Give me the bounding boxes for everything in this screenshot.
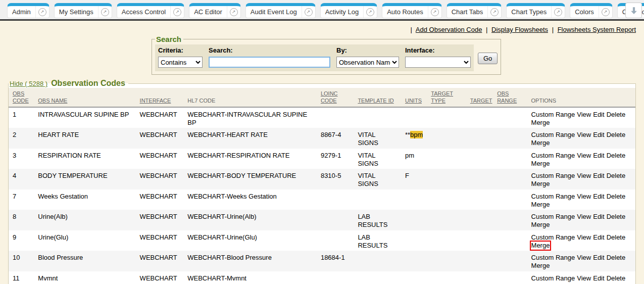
edit-link[interactable]: Edit (593, 111, 604, 119)
external-link-icon[interactable]: ↗ (428, 6, 441, 18)
col-header-interface[interactable]: INTERFACE (136, 88, 184, 107)
tab-colors[interactable]: Colors ↗ (570, 3, 613, 18)
tab-audit-event-log[interactable]: Audit Event Log ↗ (245, 3, 316, 18)
merge-link-annotated[interactable]: Merge (530, 241, 552, 251)
edit-link[interactable]: Edit (593, 152, 604, 160)
cell-units: **bpm (401, 128, 427, 149)
scroll-tabs-down-button[interactable] (625, 3, 642, 18)
view-link[interactable]: View (577, 233, 591, 242)
merge-link[interactable]: Merge (531, 180, 550, 188)
delete-link[interactable]: Delete (607, 213, 626, 221)
external-link-icon[interactable]: ↗ (363, 6, 377, 18)
col-header-obs-name[interactable]: OBS NAME (34, 88, 135, 107)
delete-link[interactable]: Delete (607, 193, 626, 201)
edit-link[interactable]: Edit (593, 233, 604, 242)
col-header-target-type[interactable]: TARGET TYPE (427, 88, 466, 107)
merge-link[interactable]: Merge (531, 201, 550, 209)
search-by-select[interactable]: Observation Name (336, 57, 399, 68)
col-header-obs-code[interactable]: OBS CODE (9, 88, 34, 107)
view-link[interactable]: View (577, 274, 591, 282)
view-link[interactable]: View (577, 193, 591, 201)
delete-link[interactable]: Delete (607, 254, 626, 262)
tab-label: My Settings (55, 8, 98, 16)
col-header-units[interactable]: UNITS (401, 88, 427, 107)
cell-options: Custom RangeViewEditDeleteMerge (527, 169, 635, 190)
col-header-target[interactable]: TARGET (466, 88, 493, 107)
cell-target (466, 149, 493, 169)
custom-range-link[interactable]: Custom Range (531, 254, 575, 262)
external-link-icon[interactable]: ↗ (35, 6, 49, 18)
custom-range-link[interactable]: Custom Range (531, 274, 575, 282)
merge-link[interactable]: Merge (531, 160, 550, 168)
tab-admin[interactable]: Admin ↗ (7, 3, 49, 18)
tab-my-settings[interactable]: My Settings ↗ (54, 3, 112, 18)
table-row: 11 Mvmnt WEBCHART WEBCHART-Mvmnt Custom … (9, 271, 635, 284)
delete-link[interactable]: Delete (607, 233, 626, 242)
interface-select[interactable] (405, 57, 471, 68)
view-link[interactable]: View (577, 213, 591, 221)
view-link[interactable]: View (577, 131, 591, 139)
tab-ac-editor[interactable]: AC Editor ↗ (189, 3, 241, 18)
tab-chart-types[interactable]: Chart Types ↗ (506, 3, 565, 18)
edit-link[interactable]: Edit (593, 131, 604, 139)
edit-link[interactable]: Edit (593, 254, 604, 262)
cell-loinc-code (317, 230, 354, 251)
hide-count-link[interactable]: Hide ( 5288 ) (10, 80, 47, 87)
go-button[interactable]: Go (478, 53, 498, 64)
external-link-icon[interactable]: ↗ (487, 6, 501, 18)
cell-template-id (354, 251, 401, 271)
external-link-icon[interactable]: ↗ (599, 6, 612, 18)
cell-units (401, 251, 427, 271)
delete-link[interactable]: Delete (607, 152, 626, 160)
custom-range-link[interactable]: Custom Range (531, 111, 575, 119)
flowsheets-system-report-link[interactable]: Flowsheets System Report (558, 26, 636, 33)
cell-loinc-code (317, 190, 354, 210)
view-link[interactable]: View (577, 254, 591, 262)
cell-target (466, 271, 493, 284)
custom-range-link[interactable]: Custom Range (531, 131, 575, 139)
cell-options: Custom RangeViewEditDeleteMerge (527, 128, 635, 149)
view-link[interactable]: View (577, 172, 591, 180)
edit-link[interactable]: Edit (593, 172, 604, 180)
col-header-obs-range[interactable]: OBS RANGE (493, 88, 527, 107)
custom-range-link[interactable]: Custom Range (531, 172, 575, 180)
criteria-select[interactable]: Contains (158, 57, 203, 68)
external-link-icon[interactable]: ↗ (302, 6, 315, 18)
add-observation-code-link[interactable]: Add Observation Code (416, 26, 482, 33)
delete-link[interactable]: Delete (607, 111, 626, 119)
view-link[interactable]: View (577, 152, 591, 160)
external-link-icon[interactable]: ↗ (551, 6, 565, 18)
tab-auto-routes[interactable]: Auto Routes ↗ (382, 3, 442, 18)
cell-obs-range (493, 230, 527, 251)
link-separator: | (486, 26, 487, 33)
tab-activity-log[interactable]: Activity Log ↗ (320, 3, 377, 18)
cell-obs-code: 1 (9, 107, 34, 128)
tab-label: Admin (8, 8, 35, 16)
search-input[interactable] (209, 57, 330, 68)
custom-range-link[interactable]: Custom Range (531, 213, 575, 221)
view-link[interactable]: View (577, 111, 591, 119)
col-header-loinc-code[interactable]: LOINC CODE (317, 88, 354, 107)
edit-link[interactable]: Edit (593, 193, 604, 201)
merge-link[interactable]: Merge (531, 262, 550, 270)
external-link-icon[interactable]: ↗ (98, 6, 112, 18)
edit-link[interactable]: Edit (593, 274, 604, 282)
col-header-template-id[interactable]: TEMPLATE ID (354, 88, 401, 107)
cell-hl7-code: WEBCHART-Blood Pressure (183, 251, 317, 271)
external-link-icon[interactable]: ↗ (227, 6, 240, 18)
tab-access-control[interactable]: Access Control ↗ (117, 3, 184, 18)
search-panel-legend: Search (155, 35, 183, 43)
edit-link[interactable]: Edit (593, 213, 604, 221)
external-link-icon[interactable]: ↗ (170, 6, 184, 18)
merge-link[interactable]: Merge (531, 119, 550, 127)
merge-link[interactable]: Merge (531, 139, 550, 147)
delete-link[interactable]: Delete (607, 274, 626, 282)
display-flowsheets-link[interactable]: Display Flowsheets (491, 26, 548, 33)
custom-range-link[interactable]: Custom Range (531, 193, 575, 201)
search-panel: Search Criteria: Contains Search: (152, 35, 501, 75)
delete-link[interactable]: Delete (607, 131, 626, 139)
custom-range-link[interactable]: Custom Range (531, 152, 575, 160)
tab-chart-tabs[interactable]: Chart Tabs ↗ (447, 3, 502, 18)
merge-link[interactable]: Merge (531, 221, 550, 229)
delete-link[interactable]: Delete (607, 172, 626, 180)
